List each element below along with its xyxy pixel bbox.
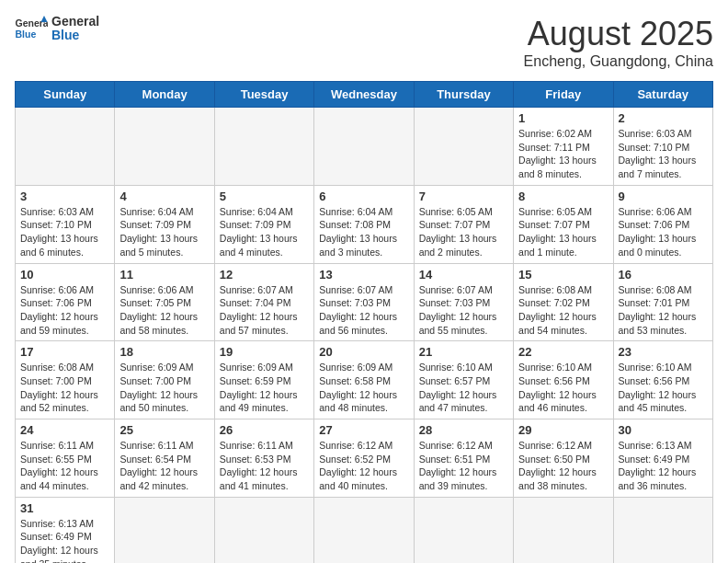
day-cell-20: 20Sunrise: 6:09 AM Sunset: 6:58 PM Dayli… bbox=[314, 341, 414, 419]
day-number: 16 bbox=[619, 268, 708, 282]
day-number: 22 bbox=[518, 345, 608, 359]
day-cell-1: 1Sunrise: 6:02 AM Sunset: 7:11 PM Daylig… bbox=[514, 108, 613, 186]
day-number: 12 bbox=[220, 268, 309, 282]
empty-cell bbox=[314, 497, 414, 563]
day-cell-2: 2Sunrise: 6:03 AM Sunset: 7:10 PM Daylig… bbox=[613, 108, 712, 186]
day-cell-14: 14Sunrise: 6:07 AM Sunset: 7:03 PM Dayli… bbox=[414, 263, 513, 341]
day-number: 1 bbox=[518, 111, 608, 125]
day-number: 31 bbox=[20, 501, 109, 515]
logo-general: General bbox=[51, 14, 99, 29]
day-number: 25 bbox=[119, 423, 209, 437]
empty-cell bbox=[214, 497, 313, 563]
day-number: 13 bbox=[319, 268, 408, 282]
empty-cell bbox=[514, 497, 613, 563]
day-info: Sunrise: 6:10 AM Sunset: 6:56 PM Dayligh… bbox=[518, 361, 608, 415]
day-cell-22: 22Sunrise: 6:10 AM Sunset: 6:56 PM Dayli… bbox=[514, 341, 613, 419]
day-cell-25: 25Sunrise: 6:11 AM Sunset: 6:54 PM Dayli… bbox=[115, 419, 214, 498]
day-cell-23: 23Sunrise: 6:10 AM Sunset: 6:56 PM Dayli… bbox=[613, 341, 712, 419]
day-cell-16: 16Sunrise: 6:08 AM Sunset: 7:01 PM Dayli… bbox=[613, 263, 712, 341]
day-cell-8: 8Sunrise: 6:05 AM Sunset: 7:07 PM Daylig… bbox=[514, 185, 613, 263]
day-number: 21 bbox=[419, 345, 508, 359]
weekday-header-friday: Friday bbox=[514, 82, 613, 108]
day-info: Sunrise: 6:03 AM Sunset: 7:10 PM Dayligh… bbox=[20, 205, 109, 259]
day-cell-18: 18Sunrise: 6:09 AM Sunset: 7:00 PM Dayli… bbox=[115, 341, 214, 419]
empty-cell bbox=[16, 108, 115, 186]
day-cell-27: 27Sunrise: 6:12 AM Sunset: 6:52 PM Dayli… bbox=[314, 419, 414, 498]
day-number: 6 bbox=[319, 190, 408, 203]
empty-cell bbox=[414, 497, 513, 563]
location-title: Encheng, Guangdong, China bbox=[524, 53, 713, 70]
day-cell-12: 12Sunrise: 6:07 AM Sunset: 7:04 PM Dayli… bbox=[214, 263, 313, 341]
day-info: Sunrise: 6:13 AM Sunset: 6:49 PM Dayligh… bbox=[619, 439, 708, 493]
day-info: Sunrise: 6:09 AM Sunset: 7:00 PM Dayligh… bbox=[119, 361, 209, 415]
day-info: Sunrise: 6:08 AM Sunset: 7:01 PM Dayligh… bbox=[619, 283, 708, 338]
day-number: 28 bbox=[419, 423, 508, 437]
day-cell-3: 3Sunrise: 6:03 AM Sunset: 7:10 PM Daylig… bbox=[16, 185, 115, 263]
day-number: 20 bbox=[319, 345, 408, 359]
day-info: Sunrise: 6:11 AM Sunset: 6:53 PM Dayligh… bbox=[220, 439, 309, 493]
page-header: General Blue General Blue August 2025 En… bbox=[15, 15, 713, 70]
week-row-1: 1Sunrise: 6:02 AM Sunset: 7:11 PM Daylig… bbox=[16, 108, 713, 186]
day-cell-7: 7Sunrise: 6:05 AM Sunset: 7:07 PM Daylig… bbox=[414, 185, 513, 263]
day-cell-19: 19Sunrise: 6:09 AM Sunset: 6:59 PM Dayli… bbox=[214, 341, 313, 419]
day-info: Sunrise: 6:12 AM Sunset: 6:52 PM Dayligh… bbox=[319, 439, 408, 493]
day-number: 23 bbox=[619, 345, 708, 359]
day-cell-10: 10Sunrise: 6:06 AM Sunset: 7:06 PM Dayli… bbox=[16, 263, 115, 341]
day-info: Sunrise: 6:10 AM Sunset: 6:56 PM Dayligh… bbox=[619, 361, 708, 415]
day-number: 15 bbox=[518, 268, 608, 282]
day-info: Sunrise: 6:08 AM Sunset: 7:00 PM Dayligh… bbox=[20, 361, 109, 415]
day-cell-4: 4Sunrise: 6:04 AM Sunset: 7:09 PM Daylig… bbox=[115, 185, 214, 263]
day-cell-13: 13Sunrise: 6:07 AM Sunset: 7:03 PM Dayli… bbox=[314, 263, 414, 341]
day-cell-31: 31Sunrise: 6:13 AM Sunset: 6:49 PM Dayli… bbox=[16, 497, 115, 563]
day-info: Sunrise: 6:07 AM Sunset: 7:04 PM Dayligh… bbox=[220, 283, 309, 338]
weekday-header-wednesday: Wednesday bbox=[314, 82, 414, 108]
week-row-6: 31Sunrise: 6:13 AM Sunset: 6:49 PM Dayli… bbox=[16, 497, 713, 563]
day-cell-28: 28Sunrise: 6:12 AM Sunset: 6:51 PM Dayli… bbox=[414, 419, 513, 498]
day-info: Sunrise: 6:07 AM Sunset: 7:03 PM Dayligh… bbox=[419, 283, 508, 338]
day-cell-15: 15Sunrise: 6:08 AM Sunset: 7:02 PM Dayli… bbox=[514, 263, 613, 341]
day-number: 11 bbox=[119, 268, 209, 282]
day-number: 24 bbox=[20, 423, 109, 437]
empty-cell bbox=[214, 108, 313, 186]
day-cell-6: 6Sunrise: 6:04 AM Sunset: 7:08 PM Daylig… bbox=[314, 185, 414, 263]
day-info: Sunrise: 6:11 AM Sunset: 6:55 PM Dayligh… bbox=[20, 439, 109, 493]
empty-cell bbox=[314, 108, 414, 186]
empty-cell bbox=[115, 108, 214, 186]
empty-cell bbox=[414, 108, 513, 186]
day-info: Sunrise: 6:06 AM Sunset: 7:06 PM Dayligh… bbox=[20, 283, 109, 338]
day-info: Sunrise: 6:09 AM Sunset: 6:58 PM Dayligh… bbox=[319, 361, 408, 415]
day-number: 30 bbox=[619, 423, 708, 437]
day-info: Sunrise: 6:02 AM Sunset: 7:11 PM Dayligh… bbox=[518, 127, 608, 181]
day-number: 3 bbox=[20, 190, 109, 203]
week-row-2: 3Sunrise: 6:03 AM Sunset: 7:10 PM Daylig… bbox=[16, 185, 713, 263]
day-info: Sunrise: 6:13 AM Sunset: 6:49 PM Dayligh… bbox=[20, 517, 109, 563]
day-info: Sunrise: 6:04 AM Sunset: 7:09 PM Dayligh… bbox=[119, 205, 209, 259]
day-info: Sunrise: 6:12 AM Sunset: 6:50 PM Dayligh… bbox=[518, 439, 608, 493]
day-info: Sunrise: 6:11 AM Sunset: 6:54 PM Dayligh… bbox=[119, 439, 209, 493]
weekday-header-tuesday: Tuesday bbox=[214, 82, 313, 108]
logo-icon: General Blue bbox=[15, 16, 48, 41]
day-cell-11: 11Sunrise: 6:06 AM Sunset: 7:05 PM Dayli… bbox=[115, 263, 214, 341]
week-row-3: 10Sunrise: 6:06 AM Sunset: 7:06 PM Dayli… bbox=[16, 263, 713, 341]
day-info: Sunrise: 6:04 AM Sunset: 7:08 PM Dayligh… bbox=[319, 205, 408, 259]
day-cell-17: 17Sunrise: 6:08 AM Sunset: 7:00 PM Dayli… bbox=[16, 341, 115, 419]
day-number: 26 bbox=[220, 423, 309, 437]
weekday-header-thursday: Thursday bbox=[414, 82, 513, 108]
day-number: 10 bbox=[20, 268, 109, 282]
day-cell-9: 9Sunrise: 6:06 AM Sunset: 7:06 PM Daylig… bbox=[613, 185, 712, 263]
day-number: 19 bbox=[220, 345, 309, 359]
day-number: 9 bbox=[619, 190, 708, 203]
day-cell-29: 29Sunrise: 6:12 AM Sunset: 6:50 PM Dayli… bbox=[514, 419, 613, 498]
day-info: Sunrise: 6:10 AM Sunset: 6:57 PM Dayligh… bbox=[419, 361, 508, 415]
day-number: 17 bbox=[20, 345, 109, 359]
day-info: Sunrise: 6:09 AM Sunset: 6:59 PM Dayligh… bbox=[220, 361, 309, 415]
day-number: 2 bbox=[619, 111, 708, 125]
day-info: Sunrise: 6:06 AM Sunset: 7:05 PM Dayligh… bbox=[119, 283, 209, 338]
day-number: 14 bbox=[419, 268, 508, 282]
svg-text:Blue: Blue bbox=[16, 29, 37, 40]
calendar-table: SundayMondayTuesdayWednesdayThursdayFrid… bbox=[15, 81, 713, 563]
week-row-4: 17Sunrise: 6:08 AM Sunset: 7:00 PM Dayli… bbox=[16, 341, 713, 419]
weekday-header-row: SundayMondayTuesdayWednesdayThursdayFrid… bbox=[16, 82, 713, 108]
title-area: August 2025 Encheng, Guangdong, China bbox=[524, 15, 713, 70]
day-info: Sunrise: 6:06 AM Sunset: 7:06 PM Dayligh… bbox=[619, 205, 708, 259]
